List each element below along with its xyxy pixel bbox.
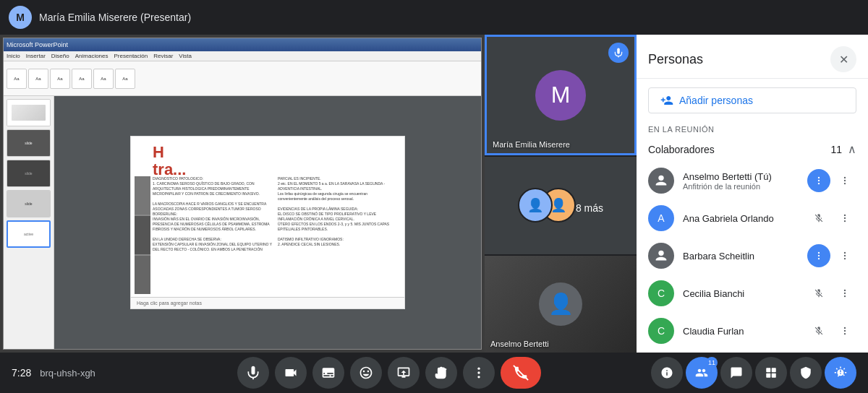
people-button[interactable]: 11 — [686, 357, 718, 389]
top-bar: M María Emilia Miserere (Presentar) — [0, 0, 868, 35]
slide-thumb-4[interactable]: slide — [7, 190, 51, 217]
activities-button[interactable] — [755, 357, 787, 389]
ana-avatar: A — [648, 205, 674, 231]
self-video-bg: 👤 — [485, 256, 637, 353]
safety-button[interactable] — [790, 357, 822, 389]
slide-notes: Haga clic para agregar notas — [131, 297, 404, 308]
claudia-options-btn[interactable] — [833, 319, 856, 342]
ana-mic-btn[interactable] — [807, 207, 830, 230]
svg-point-6 — [844, 183, 846, 184]
slide-left-images — [135, 176, 150, 294]
cecilia-name: Cecilia Bianchi — [683, 288, 799, 299]
slide-body-text: DIAGNOSTICO PATOLOGICO: 1. CARCINOMA SER… — [153, 176, 397, 252]
bottom-bar: 7:28 brq-uhsh-xgh — [0, 353, 868, 393]
colaboradores-label: Colaboradores — [648, 144, 715, 155]
add-people-button[interactable]: Añadir personas — [648, 87, 856, 113]
svg-rect-29 — [766, 373, 770, 378]
barbara-options-btn[interactable] — [833, 244, 856, 267]
speaking-indicator — [608, 43, 629, 63]
main-speaker-name: María Emilia Miserere — [493, 140, 570, 149]
anselmo-more-btn[interactable] — [807, 169, 830, 192]
self-tile[interactable]: 👤 Anselmo Bertetti — [485, 256, 637, 353]
slide-thumb-2[interactable]: slide — [7, 129, 51, 157]
person-list: Anselmo Bertetti (Tú) Anfitrión de la re… — [637, 162, 868, 353]
bottom-left: 7:28 brq-uhsh-xgh — [12, 367, 127, 379]
ppt-titlebar: Microsoft PowerPoint — [4, 38, 481, 51]
anselmo-avatar — [648, 168, 674, 194]
svg-point-4 — [844, 177, 846, 178]
present-button[interactable] — [388, 357, 420, 389]
raise-hand-button[interactable] — [425, 357, 457, 389]
svg-rect-27 — [766, 368, 770, 372]
main-speaker-tile[interactable]: M María Emilia Miserere — [485, 35, 637, 155]
group-tile[interactable]: 👤 👤 8 más — [485, 157, 637, 254]
end-call-button[interactable] — [501, 357, 541, 389]
claudia-mic-btn[interactable] — [807, 319, 830, 342]
emoji-button[interactable] — [350, 357, 382, 389]
chat-button[interactable] — [720, 357, 752, 389]
svg-point-12 — [818, 255, 820, 256]
person-item-barbara: Barbara Scheitlin — [637, 237, 868, 275]
person-item-ana: A Ana Gabriela Orlando — [637, 199, 868, 237]
personas-title: Personas — [648, 52, 703, 67]
presentation-screen: Microsoft PowerPoint Inicio Insertar Dis… — [0, 35, 485, 353]
cecilia-info: Cecilia Bianchi — [683, 288, 799, 299]
slide-content: Htra... DIAGNOSTICO PATOLOGICO: 1. CARCI… — [130, 136, 405, 309]
svg-point-17 — [844, 290, 846, 291]
colaboradores-count: 11 ∧ — [830, 142, 856, 156]
anselmo-name: Anselmo Bertetti (Tú) — [683, 171, 799, 182]
person-item-anselmo: Anselmo Bertetti (Tú) Anfitrión de la re… — [637, 162, 868, 199]
colaboradores-header: Colaboradores 11 ∧ — [637, 137, 868, 162]
camera-button[interactable] — [275, 357, 307, 389]
slide-thumb-1[interactable] — [7, 99, 51, 126]
anselmo-actions — [807, 169, 856, 192]
main-content: Microsoft PowerPoint Inicio Insertar Dis… — [0, 35, 868, 353]
cecilia-mic-btn[interactable] — [807, 282, 830, 305]
ppt-menubar: Inicio Insertar Diseño Animaciones Prese… — [4, 51, 481, 61]
bottom-center — [237, 357, 541, 389]
ana-name: Ana Gabriela Orlando — [683, 213, 799, 224]
cecilia-options-btn[interactable] — [833, 282, 856, 305]
add-people-label: Añadir personas — [679, 95, 753, 106]
barbara-actions — [807, 244, 856, 267]
alarm-button[interactable] — [825, 357, 856, 389]
svg-point-14 — [844, 252, 846, 254]
anselmo-role: Anfitrión de la reunión — [683, 182, 799, 191]
claudia-avatar: C — [648, 318, 674, 344]
svg-point-22 — [844, 333, 846, 334]
presenter-name: María Emilia Miserere (Presentar) — [39, 12, 191, 23]
info-button[interactable] — [651, 357, 683, 389]
ppt-window: Microsoft PowerPoint Inicio Insertar Dis… — [3, 38, 482, 350]
mic-button[interactable] — [237, 357, 269, 389]
bottom-right: 11 — [651, 357, 856, 389]
svg-point-3 — [818, 183, 820, 184]
svg-point-18 — [844, 293, 846, 294]
svg-point-5 — [844, 180, 846, 181]
person-item-cecilia: C Cecilia Bianchi — [637, 275, 868, 312]
svg-point-0 — [658, 176, 663, 181]
barbara-avatar — [648, 243, 674, 269]
slide-title-area: Htra... — [153, 144, 397, 178]
presentation-inner: Microsoft PowerPoint Inicio Insertar Dis… — [0, 35, 485, 353]
slide-thumb-3[interactable]: slide — [7, 160, 51, 187]
slide-thumb-5[interactable]: active — [7, 220, 51, 248]
main-speaker-avatar: M — [535, 70, 586, 121]
captions-button[interactable] — [312, 357, 344, 389]
anselmo-info: Anselmo Bertetti (Tú) Anfitrión de la re… — [683, 171, 799, 191]
video-area: Microsoft PowerPoint Inicio Insertar Dis… — [0, 35, 485, 353]
svg-point-9 — [844, 220, 846, 222]
chevron-up-icon: ∧ — [848, 142, 856, 156]
anselmo-options-btn[interactable] — [833, 169, 856, 192]
svg-point-1 — [818, 177, 820, 178]
add-person-icon — [660, 94, 673, 107]
personas-close-button[interactable]: ✕ — [830, 46, 856, 72]
ana-options-btn[interactable] — [833, 207, 856, 230]
barbara-name: Barbara Scheitlin — [683, 251, 799, 262]
people-badge: 11 — [706, 357, 718, 368]
svg-point-2 — [818, 180, 820, 181]
svg-rect-30 — [772, 373, 776, 378]
barbara-more-btn[interactable] — [807, 244, 830, 267]
meeting-code: brq-uhsh-xgh — [40, 368, 95, 379]
more-options-button[interactable] — [463, 357, 495, 389]
svg-point-24 — [477, 371, 480, 373]
